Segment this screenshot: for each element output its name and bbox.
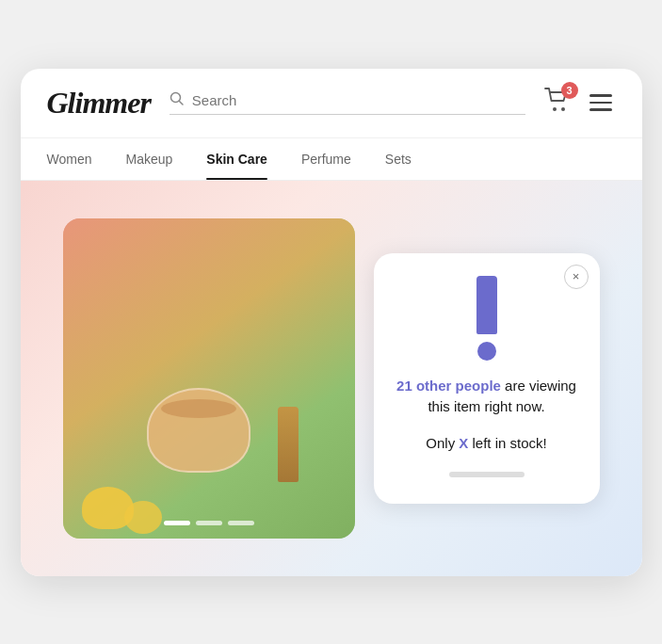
- nav-item-skincare[interactable]: Skin Care: [206, 138, 267, 180]
- app-card: Glimmer 3: [21, 69, 642, 576]
- menu-button[interactable]: [586, 90, 616, 115]
- svg-point-2: [553, 107, 557, 111]
- exclamation-dot: [477, 342, 496, 361]
- popup-card: × 21 other people are viewing this item …: [374, 253, 600, 504]
- header-icons: 3: [544, 88, 616, 118]
- svg-line-1: [179, 101, 183, 105]
- dot-2[interactable]: [196, 521, 222, 525]
- nav-item-perfume[interactable]: Perfume: [301, 138, 351, 180]
- product-image-card[interactable]: [63, 218, 355, 539]
- close-button[interactable]: ×: [564, 265, 589, 289]
- search-icon: [170, 91, 185, 110]
- dot-3[interactable]: [228, 521, 254, 525]
- stock-text: Only X left in stock!: [393, 435, 581, 451]
- viewers-count: 21 other people: [396, 378, 501, 394]
- main-content: × 21 other people are viewing this item …: [21, 181, 642, 576]
- cart-button[interactable]: 3: [544, 88, 571, 118]
- popup-scrollbar[interactable]: [449, 472, 525, 477]
- product-image: [63, 218, 355, 539]
- nav-item-women[interactable]: Women: [47, 138, 92, 180]
- menu-line-1: [589, 94, 612, 97]
- stock-only: Only: [426, 435, 459, 451]
- logo: Glimmer: [47, 86, 151, 121]
- nav-item-sets[interactable]: Sets: [385, 138, 412, 180]
- header: Glimmer 3: [21, 69, 642, 138]
- image-dots: [164, 521, 254, 525]
- stock-suffix: left in stock!: [468, 435, 546, 451]
- search-input[interactable]: [192, 92, 525, 108]
- nav: Women Makeup Skin Care Perfume Sets: [21, 138, 642, 181]
- product-bottle: [278, 407, 299, 482]
- stock-x: X: [459, 435, 468, 451]
- exclamation-body: [476, 276, 497, 334]
- product-jar: [147, 388, 250, 473]
- viewers-text: 21 other people are viewing this item ri…: [393, 376, 581, 418]
- dot-1[interactable]: [164, 521, 190, 525]
- cart-badge: 3: [561, 82, 578, 99]
- svg-point-3: [561, 107, 565, 111]
- menu-line-3: [589, 108, 612, 111]
- exclamation-icon: [393, 276, 581, 361]
- search-bar[interactable]: [170, 91, 525, 115]
- product-lemon-2: [124, 501, 162, 534]
- menu-line-2: [589, 102, 612, 105]
- nav-item-makeup[interactable]: Makeup: [125, 138, 172, 180]
